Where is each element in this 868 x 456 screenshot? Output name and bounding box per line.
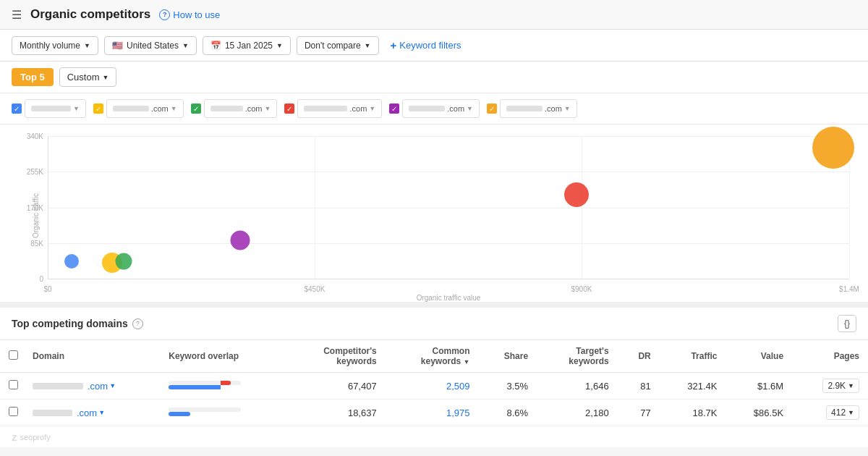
competitor-item-3: ✓ .com ▼ (191, 99, 278, 118)
row2-checkbox[interactable] (9, 407, 18, 416)
select-all-checkbox[interactable] (9, 350, 18, 360)
dropdown-arrow-icon: ▼ (276, 42, 283, 49)
dropdown-arrow-icon: ▼ (564, 105, 571, 112)
row2-dr: 77 (618, 400, 660, 426)
competitor-item-4: ✓ .com ▼ (284, 99, 382, 118)
chart-area: Organic traffic 340K 255K 170K 85K 0 (0, 124, 868, 302)
row1-overlap-cell (160, 373, 286, 400)
row1-checkbox-cell (0, 373, 27, 400)
col-target-kw[interactable]: Target'skeywords (537, 340, 618, 373)
row2-target-kw: 2,180 (537, 400, 618, 426)
dropdown-arrow-icon: ▼ (265, 105, 271, 112)
how-to-use-label: How to use (173, 9, 220, 20)
dropdown-arrow-icon: ▼ (98, 409, 105, 416)
y-label-85k: 85K (30, 239, 43, 247)
section-title-container: Top competing domains ? (12, 318, 143, 329)
tab-top5[interactable]: Top 5 (12, 68, 54, 86)
page-title: Organic competitors (30, 7, 150, 22)
row1-traffic: 321.4K (660, 373, 726, 400)
dropdown-arrow-icon: ▼ (467, 105, 473, 112)
col-common-kw[interactable]: Commonkeywords ▼ (386, 340, 479, 373)
section-title: Top competing domains (12, 318, 128, 329)
watermark-z-icon: z (12, 431, 17, 443)
competitor-item-6: ✓ .com ▼ (487, 99, 577, 118)
competitor-item-5: ✓ .com ▼ (389, 99, 480, 118)
row2-overlap-cell (160, 400, 286, 426)
competitor-dropdown-1[interactable]: ▼ (25, 99, 86, 118)
col-competitor-kw[interactable]: Competitor'skeywords (286, 340, 386, 373)
row1-value: $1.6M (726, 373, 792, 400)
competitor-item-2: ✓ .com ▼ (93, 99, 184, 118)
filter-bar: Monthly volume ▼ 🇺🇸 United States ▼ 📅 15… (0, 30, 868, 62)
monthly-volume-filter[interactable]: Monthly volume ▼ (12, 36, 98, 55)
table-row: .com ▼ 18,637 1,975 8.6% 2,180 77 18.7K … (0, 400, 868, 426)
col-domain[interactable]: Domain (27, 340, 160, 373)
dropdown-arrow-icon: ▼ (848, 409, 854, 416)
table-header-row: Top competing domains ? {} (0, 308, 868, 340)
bubble-green (116, 253, 132, 270)
y-label-0: 0 (39, 275, 43, 283)
col-checkbox (0, 340, 27, 373)
competitor-checkbox-2[interactable]: ✓ (93, 104, 103, 114)
col-dr[interactable]: DR (618, 340, 660, 373)
competitor-dropdown-4[interactable]: .com ▼ (297, 99, 382, 118)
bubble-purple (230, 230, 250, 250)
y-label-255k: 255K (27, 168, 43, 176)
watermark: z seoprofy (0, 426, 868, 447)
chart-container: Organic traffic 340K 255K 170K 85K 0 (12, 130, 856, 300)
col-pages[interactable]: Pages (792, 340, 868, 373)
dropdown-arrow-icon: ▼ (365, 42, 371, 49)
country-filter[interactable]: 🇺🇸 United States ▼ (104, 36, 197, 55)
competitor-dropdown-6[interactable]: .com ▼ (500, 99, 577, 118)
competitor-dropdown-3[interactable]: .com ▼ (204, 99, 278, 118)
col-share[interactable]: Share (478, 340, 537, 373)
help-circle-icon: ? (159, 9, 170, 20)
row2-traffic: 18.7K (660, 400, 726, 426)
row2-pages-cell: 412 ▼ (792, 400, 868, 426)
row1-competitor-kw: 67,407 (286, 373, 386, 400)
competitor-checkbox-3[interactable]: ✓ (191, 104, 201, 114)
row2-share: 8.6% (478, 400, 537, 426)
row1-checkbox[interactable] (9, 380, 18, 389)
chart-inner: 340K 255K 170K 85K 0 $0 $450K $900K $1.4… (48, 136, 849, 279)
bubble-red (564, 182, 589, 207)
col-value[interactable]: Value (726, 340, 792, 373)
y-label-340k: 340K (27, 132, 43, 140)
x-label-900k: $900K (571, 285, 592, 293)
competitor-checkbox-4[interactable]: ✓ (284, 104, 294, 114)
col-traffic[interactable]: Traffic (660, 340, 726, 373)
competitor-dropdown-2[interactable]: .com ▼ (106, 99, 184, 118)
competitor-item-1: ✓ ▼ (12, 99, 86, 118)
competitor-dropdown-5[interactable]: .com ▼ (402, 99, 480, 118)
compare-filter[interactable]: Don't compare ▼ (297, 36, 379, 55)
competitor-checkbox-6[interactable]: ✓ (487, 104, 497, 114)
top-bar: ☰ Organic competitors ? How to use (0, 0, 868, 30)
row2-common-kw: 1,975 (386, 400, 479, 426)
competitor-checkbox-5[interactable]: ✓ (389, 104, 399, 114)
how-to-use-link[interactable]: ? How to use (159, 9, 220, 20)
dropdown-arrow-icon: ▼ (848, 382, 854, 389)
bubble-blue (64, 254, 79, 269)
row2-pages-dropdown[interactable]: 412 ▼ (826, 405, 859, 420)
tab-custom[interactable]: Custom ▼ (59, 67, 117, 87)
export-button[interactable]: {} (838, 315, 856, 332)
plus-icon: + (391, 39, 397, 51)
competing-domains-table: Domain Keyword overlap Competitor'skeywo… (0, 340, 868, 426)
keyword-filters-btn[interactable]: + Keyword filters (385, 35, 467, 55)
menu-icon[interactable]: ☰ (12, 8, 22, 22)
row1-share: 3.5% (478, 373, 537, 400)
bubble-orange (812, 127, 854, 169)
col-keyword-overlap[interactable]: Keyword overlap (160, 340, 286, 373)
row1-domain-cell: .com ▼ (27, 373, 160, 400)
dropdown-arrow-icon: ▼ (103, 74, 109, 81)
competitor-checkbox-1[interactable]: ✓ (12, 104, 22, 114)
table-header: Domain Keyword overlap Competitor'skeywo… (0, 340, 868, 373)
date-filter[interactable]: 📅 15 Jan 2025 ▼ (203, 36, 291, 55)
row1-pages-dropdown[interactable]: 2.9K ▼ (822, 379, 859, 393)
calendar-icon: 📅 (210, 41, 221, 51)
info-icon[interactable]: ? (132, 318, 143, 329)
row2-domain-link[interactable]: .com ▼ (77, 408, 105, 418)
x-axis-label: Organic traffic value (417, 294, 481, 302)
x-label-450k: $450K (304, 285, 325, 293)
row1-domain-link[interactable]: .com ▼ (88, 381, 116, 392)
